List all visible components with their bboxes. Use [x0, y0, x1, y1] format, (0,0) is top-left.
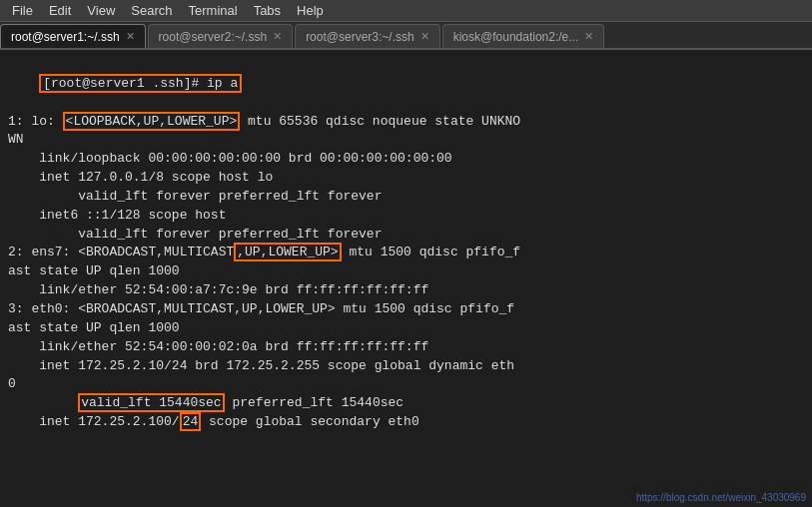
terminal-prompt: [root@server1 .ssh]# ip a: [8, 56, 804, 113]
terminal-line-13: link/ether 52:54:00:00:02:0a brd ff:ff:f…: [8, 338, 804, 357]
tab-label: root@server3:~/.ssh: [306, 30, 414, 44]
menubar: File Edit View Search Terminal Tabs Help: [0, 0, 812, 22]
terminal-line-9: ast state UP qlen 1000: [8, 262, 804, 281]
menu-search[interactable]: Search: [123, 1, 180, 20]
terminal-line-17: inet 172.25.2.100/24 scope global second…: [8, 413, 804, 432]
highlight-inet2: 24: [180, 412, 202, 431]
terminal-line-6: inet6 ::1/128 scope host: [8, 207, 804, 226]
terminal-area: [root@server1 .ssh]# ip a 1: lo: <LOOPBA…: [0, 50, 812, 507]
menu-terminal[interactable]: Terminal: [181, 1, 246, 20]
highlight-ens7: ,UP,LOWER_UP>: [234, 243, 341, 261]
tab-close-1[interactable]: ✕: [120, 31, 135, 42]
terminal-line-11: 3: eth0: <BROADCAST,MULTICAST,UP,LOWER_U…: [8, 300, 804, 319]
menu-help[interactable]: Help: [289, 1, 332, 20]
tab-server3[interactable]: root@server3:~/.ssh ✕: [295, 24, 440, 48]
terminal-line-5: valid_lft forever preferred_lft forever: [8, 188, 804, 207]
terminal-line-2: WN: [8, 131, 804, 150]
terminal-line-15: 0: [8, 375, 804, 394]
tabbar: root@server1:~/.ssh ✕ root@server2:~/.ss…: [0, 22, 812, 50]
terminal-line-10: link/ether 52:54:00:a7:7c:9e brd ff:ff:f…: [8, 281, 804, 300]
tab-label: kiosk@foundation2:/e...: [453, 30, 579, 44]
terminal-line-12: ast state UP qlen 1000: [8, 319, 804, 338]
tab-close-3[interactable]: ✕: [414, 31, 429, 42]
tab-foundation2[interactable]: kiosk@foundation2:/e... ✕: [442, 24, 605, 48]
tab-label: root@server2:~/.ssh: [159, 30, 268, 44]
menu-file[interactable]: File: [4, 1, 41, 20]
terminal-line-7: valid_lft forever preferred_lft forever: [8, 226, 804, 245]
highlight-lo: <LOOPBACK,UP,LOWER_UP>: [63, 112, 241, 131]
highlight-prompt: [root@server1 .ssh]# ip a: [39, 74, 242, 93]
menu-edit[interactable]: Edit: [41, 1, 79, 20]
tab-close-2[interactable]: ✕: [267, 31, 282, 42]
terminal-line-8: 2: ens7: <BROADCAST,MULTICAST,UP,LOWER_U…: [8, 244, 804, 262]
terminal-line-4: inet 127.0.0.1/8 scope host lo: [8, 169, 804, 188]
menu-tabs[interactable]: Tabs: [246, 1, 289, 20]
terminal-line-16: valid_lft 15440sec preferred_lft 15440se…: [8, 394, 804, 413]
tab-label: root@server1:~/.ssh: [11, 30, 120, 44]
terminal-line-1: 1: lo: <LOOPBACK,UP,LOWER_UP> mtu 65536 …: [8, 113, 804, 132]
menu-view[interactable]: View: [79, 1, 123, 20]
tab-close-4[interactable]: ✕: [578, 31, 593, 42]
terminal-line-14: inet 172.25.2.10/24 brd 172.25.2.255 sco…: [8, 357, 804, 376]
tab-server2[interactable]: root@server2:~/.ssh ✕: [148, 24, 294, 48]
terminal-line-3: link/loopback 00:00:00:00:00:00 brd 00:0…: [8, 150, 804, 169]
watermark: https://blog.csdn.net/weixin_43030969: [636, 492, 806, 503]
highlight-valid-lft: valid_lft 15440sec: [78, 393, 224, 412]
tab-server1[interactable]: root@server1:~/.ssh ✕: [0, 24, 146, 48]
